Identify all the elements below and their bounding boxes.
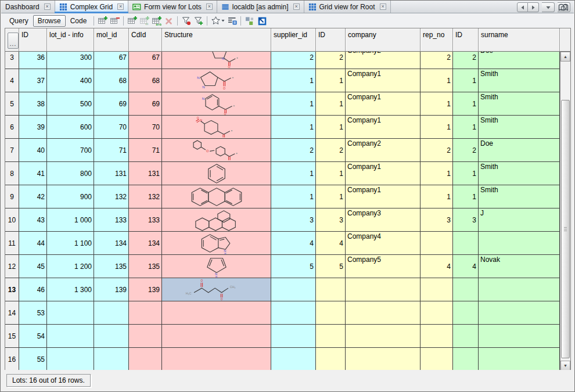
column-header-company[interactable]: company: [346, 28, 421, 52]
cell-cdid[interactable]: 131: [129, 162, 162, 185]
cell-mol[interactable]: 131: [94, 162, 129, 185]
cell-rep[interactable]: 2: [421, 52, 453, 69]
scroll-down-icon[interactable]: ▼: [560, 361, 570, 371]
cell-structure[interactable]: NNO: [162, 69, 271, 92]
cell-company[interactable]: [346, 348, 421, 371]
cell-id3[interactable]: [453, 325, 479, 348]
cell-supplier[interactable]: 1: [271, 69, 316, 92]
cell-id[interactable]: 41: [19, 162, 47, 185]
cell-rep[interactable]: [421, 348, 453, 371]
cell-surname[interactable]: Smith: [479, 185, 560, 208]
cell-row-number[interactable]: 11: [5, 232, 19, 255]
cell-lot[interactable]: 500: [47, 92, 94, 116]
cell-cdid[interactable]: [129, 348, 162, 371]
column-header-structure[interactable]: Structure: [162, 28, 271, 52]
cell-surname[interactable]: Doe: [479, 52, 560, 69]
cell-mol[interactable]: 133: [94, 208, 129, 232]
column-header-surname[interactable]: surname: [479, 28, 560, 52]
cell-supplier[interactable]: 1: [271, 116, 316, 139]
cell-structure[interactable]: [162, 208, 271, 232]
cell-rep[interactable]: 1: [421, 92, 453, 116]
cell-surname[interactable]: Smith: [479, 69, 560, 92]
cell-id3[interactable]: [453, 278, 479, 301]
column-header-rep[interactable]: rep_no: [421, 28, 453, 52]
cell-id2[interactable]: 5: [316, 255, 346, 278]
cell-id3[interactable]: 1: [453, 185, 479, 208]
cell-rep[interactable]: [421, 278, 453, 301]
remove-field-icon[interactable]: [163, 15, 175, 27]
cell-id3[interactable]: [453, 348, 479, 371]
cell-id3[interactable]: 2: [453, 139, 479, 162]
cell-id2[interactable]: 3: [316, 208, 346, 232]
cell-id3[interactable]: 1: [453, 162, 479, 185]
cell-company[interactable]: [346, 278, 421, 301]
cell-id[interactable]: 46: [19, 278, 47, 301]
cell-lot[interactable]: 700: [47, 139, 94, 162]
cell-mol[interactable]: 134: [94, 232, 129, 255]
cell-id2[interactable]: 1: [316, 185, 346, 208]
cell-cdid[interactable]: 133: [129, 208, 162, 232]
cell-id[interactable]: 53: [19, 301, 47, 325]
cell-id[interactable]: 44: [19, 232, 47, 255]
cell-id3[interactable]: 1: [453, 92, 479, 116]
cell-cdid[interactable]: 134: [129, 232, 162, 255]
cell-lot[interactable]: 1 300: [47, 278, 94, 301]
cell-row-number[interactable]: 7: [5, 139, 19, 162]
cell-structure[interactable]: O: [162, 139, 271, 162]
cell-id[interactable]: 37: [19, 69, 47, 92]
tab-localdb-as-admin[interactable]: localdb [as admin]×: [217, 1, 304, 13]
cell-rep[interactable]: 2: [421, 139, 453, 162]
tab-list-button[interactable]: [542, 2, 555, 12]
cell-company[interactable]: Company1: [346, 162, 421, 185]
cell-row-number[interactable]: 9: [5, 185, 19, 208]
cell-rep[interactable]: 3: [421, 208, 453, 232]
cell-company[interactable]: Company3: [346, 208, 421, 232]
cell-structure[interactable]: [162, 162, 271, 185]
grid-customize-button[interactable]: ...: [8, 33, 19, 49]
cell-supplier[interactable]: 1: [271, 162, 316, 185]
cell-mol[interactable]: 135: [94, 255, 129, 278]
add-chemical-terms-field-icon[interactable]: ct: [138, 15, 150, 27]
cell-surname[interactable]: [479, 232, 560, 255]
cell-lot[interactable]: [47, 325, 94, 348]
column-header-id3[interactable]: ID: [453, 28, 479, 52]
cell-id[interactable]: 40: [19, 139, 47, 162]
cell-surname[interactable]: Smith: [479, 162, 560, 185]
cell-row-number[interactable]: 5: [5, 92, 19, 116]
cell-row-number[interactable]: 13: [5, 278, 19, 301]
cell-row-number[interactable]: 15: [5, 325, 19, 348]
cell-cdid[interactable]: 132: [129, 185, 162, 208]
cell-lot[interactable]: 1 000: [47, 208, 94, 232]
cell-surname[interactable]: [479, 325, 560, 348]
cell-supplier[interactable]: 5: [271, 255, 316, 278]
cell-mol[interactable]: [94, 325, 129, 348]
cell-row-number[interactable]: 16: [5, 348, 19, 371]
cell-id[interactable]: 39: [19, 116, 47, 139]
cell-mol[interactable]: 67: [94, 52, 129, 69]
cell-supplier[interactable]: 2: [271, 139, 316, 162]
column-header-id[interactable]: ID: [19, 28, 47, 52]
cell-mol[interactable]: 70: [94, 116, 129, 139]
cell-id[interactable]: 55: [19, 348, 47, 371]
cell-rep[interactable]: 1: [421, 185, 453, 208]
open-book-icon[interactable]: [558, 2, 569, 15]
cell-lot[interactable]: [47, 348, 94, 371]
cell-row-number[interactable]: 6: [5, 116, 19, 139]
cell-id3[interactable]: [453, 301, 479, 325]
cell-id3[interactable]: 2: [453, 52, 479, 69]
vertical-scrollbar[interactable]: ▲ ▼: [560, 52, 570, 371]
tab-close-icon[interactable]: ×: [117, 3, 124, 10]
cell-lot[interactable]: [47, 301, 94, 325]
cell-mol[interactable]: 132: [94, 185, 129, 208]
cell-structure[interactable]: NH: [162, 232, 271, 255]
cell-row-number[interactable]: 14: [5, 301, 19, 325]
cell-id2[interactable]: [316, 301, 346, 325]
column-header-id2[interactable]: ID: [316, 28, 346, 52]
tab-close-icon[interactable]: ×: [206, 3, 213, 10]
favorites-star-icon[interactable]: [210, 15, 226, 27]
cell-cdid[interactable]: [129, 301, 162, 325]
cell-rep[interactable]: 1: [421, 116, 453, 139]
cell-id3[interactable]: 4: [453, 255, 479, 278]
cell-company[interactable]: Company1: [346, 185, 421, 208]
cell-supplier[interactable]: [271, 348, 316, 371]
